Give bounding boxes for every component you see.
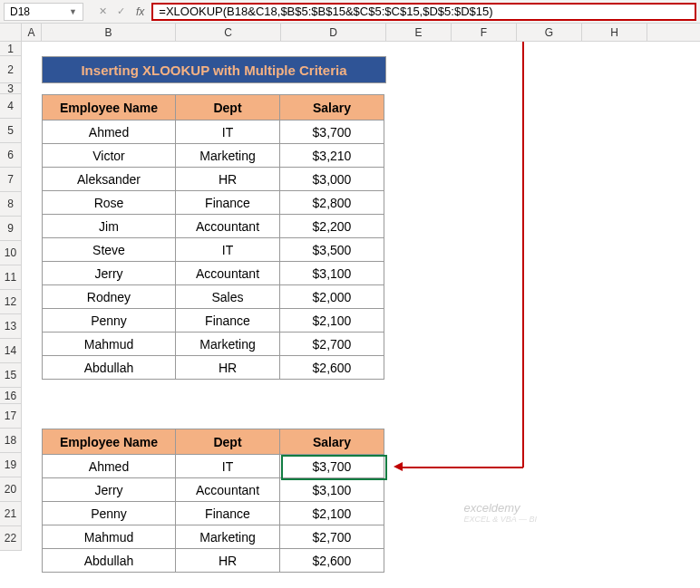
- col-header-B[interactable]: B: [42, 24, 176, 41]
- cell-name[interactable]: Jerry: [43, 262, 176, 285]
- cell-dept[interactable]: Finance: [176, 191, 280, 215]
- cell-name[interactable]: Abdullah: [43, 549, 176, 573]
- col-header-D[interactable]: D: [281, 24, 386, 41]
- table-row[interactable]: MahmudMarketing$2,700: [43, 333, 384, 356]
- cell-dept[interactable]: Sales: [176, 285, 280, 309]
- table-row[interactable]: AhmedIT$3,700: [43, 455, 384, 478]
- table-row[interactable]: AleksanderHR$3,000: [43, 168, 384, 191]
- row-header-13[interactable]: 13: [0, 314, 21, 339]
- cell-name[interactable]: Jerry: [43, 478, 176, 502]
- row-header-12[interactable]: 12: [0, 290, 21, 314]
- cell-name[interactable]: Aleksander: [43, 168, 176, 191]
- fx-label[interactable]: fx: [136, 5, 144, 18]
- table-row[interactable]: AbdullahHR$2,600: [43, 356, 384, 380]
- row-header-22[interactable]: 22: [0, 526, 21, 551]
- cell-name[interactable]: Steve: [43, 238, 176, 262]
- cell-sal[interactable]: $3,000: [280, 168, 384, 191]
- cell-name[interactable]: Ahmed: [43, 120, 176, 144]
- cell-dept[interactable]: Marketing: [176, 525, 280, 549]
- cell-sal[interactable]: $2,600: [280, 356, 384, 380]
- col-header-C[interactable]: C: [176, 24, 281, 41]
- table-row[interactable]: SteveIT$3,500: [43, 238, 384, 262]
- row-header-9[interactable]: 9: [0, 217, 21, 241]
- cell-name[interactable]: Penny: [43, 309, 176, 333]
- cell-sal[interactable]: $2,800: [280, 191, 384, 215]
- row-header-7[interactable]: 7: [0, 168, 21, 192]
- col-header-F[interactable]: F: [452, 24, 517, 41]
- cell-name[interactable]: Abdullah: [43, 356, 176, 380]
- cell-dept[interactable]: IT: [176, 455, 280, 478]
- cell-sal[interactable]: $2,100: [280, 309, 384, 333]
- col-header-A[interactable]: A: [22, 24, 42, 41]
- row-header-5[interactable]: 5: [0, 119, 21, 143]
- cell-sal[interactable]: $3,700: [280, 120, 384, 144]
- cells-area[interactable]: Inserting XLOOKUP with Multiple Criteria…: [22, 42, 700, 551]
- cell-name[interactable]: Penny: [43, 502, 176, 525]
- cell-name[interactable]: Ahmed: [43, 455, 176, 478]
- row-header-15[interactable]: 15: [0, 363, 21, 388]
- cell-dept[interactable]: IT: [176, 238, 280, 262]
- row-header-3[interactable]: 3: [0, 83, 21, 94]
- table-row[interactable]: AbdullahHR$2,600: [43, 549, 384, 573]
- cell-dept[interactable]: Accountant: [176, 215, 280, 238]
- cell-name[interactable]: Jim: [43, 215, 176, 238]
- col-header-E[interactable]: E: [386, 24, 452, 41]
- formula-input[interactable]: =XLOOKUP(B18&C18,$B$5:$B$15&$C$5:$C$15,$…: [151, 3, 696, 21]
- row-header-21[interactable]: 21: [0, 502, 21, 526]
- row-header-16[interactable]: 16: [0, 388, 21, 404]
- cell-name[interactable]: Rose: [43, 191, 176, 215]
- select-all-corner[interactable]: [0, 24, 22, 41]
- row-header-10[interactable]: 10: [0, 241, 21, 265]
- row-header-11[interactable]: 11: [0, 265, 21, 290]
- cell-sal[interactable]: $2,200: [280, 215, 384, 238]
- table-row[interactable]: VictorMarketing$3,210: [43, 144, 384, 168]
- cell-dept[interactable]: IT: [176, 120, 280, 144]
- table-row[interactable]: MahmudMarketing$2,700: [43, 525, 384, 549]
- col-header-H[interactable]: H: [582, 24, 647, 41]
- cell-sal[interactable]: $3,500: [280, 238, 384, 262]
- row-header-17[interactable]: 17: [0, 404, 21, 429]
- table-row[interactable]: JerryAccountant$3,100: [43, 262, 384, 285]
- chevron-down-icon[interactable]: ▼: [69, 7, 77, 16]
- cell-dept[interactable]: HR: [176, 549, 280, 573]
- row-header-20[interactable]: 20: [0, 477, 21, 502]
- cell-dept[interactable]: Finance: [176, 309, 280, 333]
- cell-dept[interactable]: HR: [176, 168, 280, 191]
- row-header-19[interactable]: 19: [0, 453, 21, 477]
- cell-sal[interactable]: $3,700: [280, 455, 384, 478]
- row-header-14[interactable]: 14: [0, 339, 21, 363]
- cell-dept[interactable]: HR: [176, 356, 280, 380]
- cell-sal[interactable]: $2,700: [280, 525, 384, 549]
- cell-dept[interactable]: Marketing: [176, 144, 280, 168]
- table-row[interactable]: JimAccountant$2,200: [43, 215, 384, 238]
- cell-sal[interactable]: $2,600: [280, 549, 384, 573]
- row-header-2[interactable]: 2: [0, 56, 21, 83]
- cell-name[interactable]: Mahmud: [43, 525, 176, 549]
- row-header-1[interactable]: 1: [0, 42, 21, 56]
- cell-sal[interactable]: $3,100: [280, 478, 384, 502]
- cell-dept[interactable]: Finance: [176, 502, 280, 525]
- table-row[interactable]: JerryAccountant$3,100: [43, 478, 384, 502]
- cell-sal[interactable]: $2,100: [280, 502, 384, 525]
- row-header-6[interactable]: 6: [0, 143, 21, 168]
- row-header-4[interactable]: 4: [0, 94, 21, 119]
- cell-dept[interactable]: Accountant: [176, 262, 280, 285]
- cell-name[interactable]: Victor: [43, 144, 176, 168]
- cell-name[interactable]: Rodney: [43, 285, 176, 309]
- table-row[interactable]: PennyFinance$2,100: [43, 309, 384, 333]
- name-box[interactable]: D18 ▼: [4, 3, 83, 21]
- cell-dept[interactable]: Accountant: [176, 478, 280, 502]
- row-header-8[interactable]: 8: [0, 192, 21, 217]
- cell-name[interactable]: Mahmud: [43, 333, 176, 356]
- cell-sal[interactable]: $2,700: [280, 333, 384, 356]
- table-row[interactable]: PennyFinance$2,100: [43, 502, 384, 525]
- col-header-G[interactable]: G: [517, 24, 582, 41]
- table-row[interactable]: RoseFinance$2,800: [43, 191, 384, 215]
- table-row[interactable]: RodneySales$2,000: [43, 285, 384, 309]
- cell-sal[interactable]: $3,100: [280, 262, 384, 285]
- table-row[interactable]: AhmedIT$3,700: [43, 120, 384, 144]
- cell-dept[interactable]: Marketing: [176, 333, 280, 356]
- row-header-18[interactable]: 18: [0, 429, 21, 453]
- cell-sal[interactable]: $2,000: [280, 285, 384, 309]
- cell-sal[interactable]: $3,210: [280, 144, 384, 168]
